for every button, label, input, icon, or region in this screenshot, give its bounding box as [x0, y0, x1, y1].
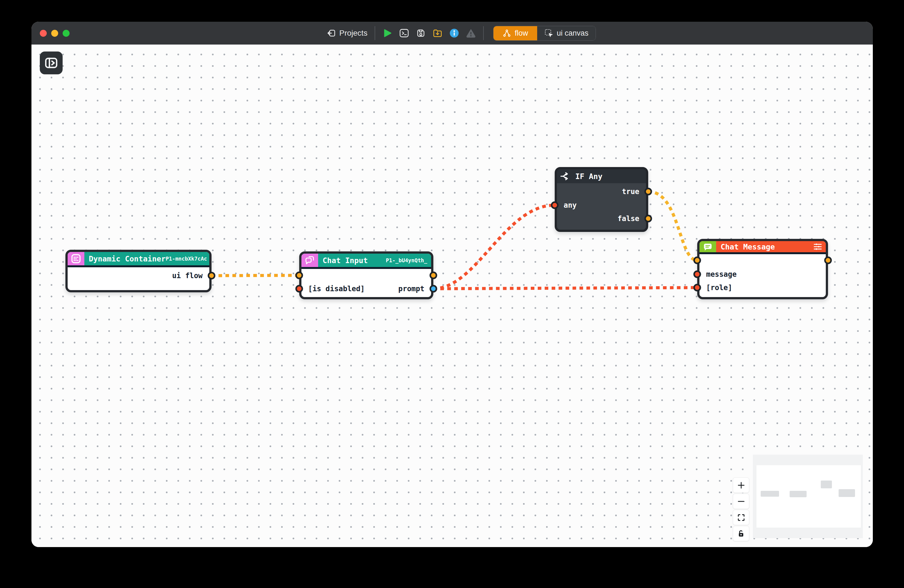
- download-flow-button download-folder-icon[interactable]: [433, 28, 443, 38]
- node-dynamic-container[interactable]: Dynamic Container P1-mncbXk7cAc ui flow: [65, 250, 212, 292]
- node-header[interactable]: Chat Message: [699, 241, 826, 254]
- node-chat-message[interactable]: Chat Message message [role]: [697, 239, 828, 299]
- node-header[interactable]: Dynamic Container P1-mncbXk7cAc: [68, 252, 209, 267]
- node-chat-input[interactable]: Chat Input P1-_bU4ynQth_ [is disabled] p…: [299, 251, 433, 299]
- chat-input-icon: [302, 254, 318, 267]
- back-to-projects-button[interactable]: Projects: [327, 28, 367, 38]
- branch-split-icon: [560, 171, 571, 182]
- edge-prompt-to-role: [433, 288, 697, 289]
- node-title: Chat Message: [721, 242, 775, 251]
- sliders-icon: [813, 242, 822, 251]
- app-window: Projects: [32, 22, 873, 547]
- info-button info-icon[interactable]: [449, 28, 459, 38]
- window-controls: [40, 22, 70, 44]
- flow-view-tab[interactable]: flow: [493, 26, 537, 40]
- projects-label: Projects: [339, 28, 367, 38]
- fit-view-icon: [737, 514, 745, 522]
- minus-icon: [737, 497, 745, 506]
- titlebar: Projects: [32, 22, 873, 44]
- ui-canvas-tab-label: ui canvas: [557, 29, 588, 38]
- node-title: Chat Input: [322, 256, 368, 265]
- node-title: Dynamic Container: [89, 254, 166, 263]
- titlebar-toolbar: Projects: [327, 22, 596, 44]
- input-label-message: message: [706, 270, 737, 278]
- ui-canvas-view-tab[interactable]: ui canvas: [537, 26, 596, 40]
- ui-canvas-cursor-icon: [544, 28, 553, 38]
- plus-icon: [737, 481, 745, 490]
- node-title: IF Any: [575, 172, 602, 181]
- edge-true-to-chatmessage: [648, 191, 697, 260]
- canvas-controls: [733, 477, 749, 541]
- edge-prompt-to-ifany: [433, 205, 555, 289]
- run-flow-button play-icon[interactable]: [382, 28, 392, 38]
- close-icon: [40, 30, 47, 37]
- minimize-window-button[interactable]: [51, 30, 58, 37]
- minimap-node: [839, 489, 855, 497]
- lock-viewport-button[interactable]: [733, 526, 749, 541]
- output-label-ui-flow: ui flow: [172, 272, 202, 280]
- panel-open-icon: [44, 56, 58, 70]
- node-settings-button[interactable]: [813, 242, 822, 251]
- minimap[interactable]: [753, 455, 863, 538]
- flow-tab-label: flow: [515, 29, 528, 38]
- node-id-badge: P1-_bU4ynQth_: [386, 257, 427, 263]
- input-label-is-disabled: [is disabled]: [308, 285, 365, 293]
- flow-canvas[interactable]: Dynamic Container P1-mncbXk7cAc ui flow …: [32, 44, 873, 547]
- output-label-true: true: [622, 187, 639, 196]
- edge-uiflow-to-chatinput: [212, 275, 299, 276]
- toolbar-separator: [375, 26, 375, 40]
- flow-graph-icon: [503, 29, 511, 37]
- save-button save-icon[interactable]: [416, 28, 426, 38]
- zoom-window-button[interactable]: [63, 30, 70, 37]
- toolbar-icon-buttons: [382, 28, 476, 38]
- minimap-node: [761, 491, 779, 497]
- node-header[interactable]: Chat Input P1-_bU4ynQth_: [302, 254, 431, 269]
- output-label-false: false: [618, 214, 639, 223]
- zoom-out-button[interactable]: [733, 494, 749, 509]
- terminal-button terminal-icon[interactable]: [399, 28, 409, 38]
- input-label-any: any: [564, 201, 577, 209]
- input-label-role: [role]: [706, 283, 732, 292]
- node-if-any[interactable]: IF Any true any false: [555, 167, 648, 232]
- chat-message-icon: [699, 241, 716, 252]
- warnings-button warning-icon[interactable]: [466, 28, 476, 38]
- node-header[interactable]: IF Any: [557, 169, 646, 183]
- zoom-in-button[interactable]: [733, 477, 749, 493]
- maximize-icon: [63, 30, 70, 37]
- toolbar-separator: [483, 26, 484, 40]
- dynamic-container-icon: [68, 252, 84, 266]
- view-mode-switch: flow ui canvas: [493, 26, 596, 41]
- output-label-prompt: prompt: [398, 285, 424, 293]
- sidebar-toggle-button[interactable]: [40, 52, 63, 74]
- close-window-button[interactable]: [40, 30, 47, 37]
- minimap-node: [790, 491, 807, 497]
- lock-open-icon: [737, 530, 745, 538]
- exit-projects-icon: [327, 28, 337, 38]
- fit-view-button[interactable]: [733, 510, 749, 525]
- node-id-badge: P1-mncbXk7cAc: [166, 256, 207, 262]
- minimap-node: [821, 481, 832, 488]
- minimize-icon: [51, 30, 58, 37]
